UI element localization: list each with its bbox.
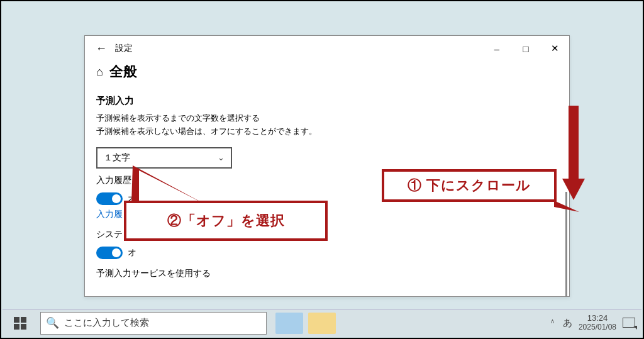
back-button[interactable]: ←	[90, 36, 113, 61]
clock[interactable]: 13:24 2025/01/08	[579, 314, 616, 332]
window-controls: – □ ✕	[482, 36, 569, 60]
minimize-button[interactable]: –	[482, 36, 511, 60]
dropdown-value: １文字	[104, 152, 130, 164]
desc-line-1: 予測候補を表示するまでの文字数を選択する	[96, 113, 260, 123]
svg-marker-0	[554, 201, 579, 212]
taskbar-pins	[275, 313, 336, 334]
title-bar: ← 設定 – □ ✕	[85, 36, 569, 61]
search-placeholder: ここに入力して検索	[64, 317, 149, 329]
system-tray: ＾ あ 13:24 2025/01/08	[548, 314, 641, 332]
predict-service-row: 予測入力サービスを使用する	[96, 268, 558, 279]
home-icon[interactable]: ⌂	[96, 65, 103, 79]
input-history-toggle[interactable]	[96, 192, 123, 205]
taskbar-app-1[interactable]	[275, 313, 303, 334]
windows-icon	[14, 317, 26, 330]
heading-row: ⌂ 全般	[85, 61, 569, 86]
annotation-1-tail	[554, 198, 580, 214]
page-heading: 全般	[109, 62, 137, 81]
system-dict-label: システ	[96, 229, 123, 240]
system-dict-toggle[interactable]	[96, 247, 123, 259]
maximize-button[interactable]: □	[511, 36, 540, 60]
tray-overflow-icon[interactable]: ＾	[548, 317, 557, 328]
clock-date: 2025/01/08	[579, 323, 616, 332]
predict-service-label: 予測入力サービスを使用する	[96, 268, 211, 279]
section-description: 予測候補を表示するまでの文字数を選択する 予測候補を表示しない場合は、オフにする…	[96, 112, 558, 138]
desc-line-2: 予測候補を表示しない場合は、オフにすることができます。	[96, 126, 317, 136]
clock-time: 13:24	[579, 314, 616, 323]
annotation-step-1: ① 下にスクロール	[382, 169, 557, 202]
annotation-step-2-text: ②「オフ」を選択	[167, 211, 285, 230]
section-title: 予測入力	[96, 95, 558, 107]
ime-indicator[interactable]: あ	[563, 317, 572, 329]
annotation-step-1-text: ① 下にスクロール	[408, 176, 531, 195]
window-title: 設定	[115, 43, 133, 54]
taskbar-app-2[interactable]	[308, 313, 336, 334]
annotation-arrow-down	[565, 106, 582, 201]
system-dict-state: オ	[128, 247, 136, 258]
close-button[interactable]: ✕	[540, 36, 569, 60]
action-center-icon[interactable]	[623, 318, 635, 328]
start-button[interactable]	[3, 309, 38, 337]
annotation-2-tail	[130, 164, 206, 206]
search-icon: 🔍	[46, 316, 59, 330]
system-dict-toggle-row: オ	[96, 247, 558, 259]
taskbar-search[interactable]: 🔍 ここに入力して検索	[40, 312, 267, 335]
taskbar: 🔍 ここに入力して検索 ＾ あ 13:24 2025/01/08	[3, 309, 641, 336]
annotation-step-2: ②「オフ」を選択	[124, 201, 328, 241]
chevron-down-icon: ⌄	[218, 153, 225, 162]
